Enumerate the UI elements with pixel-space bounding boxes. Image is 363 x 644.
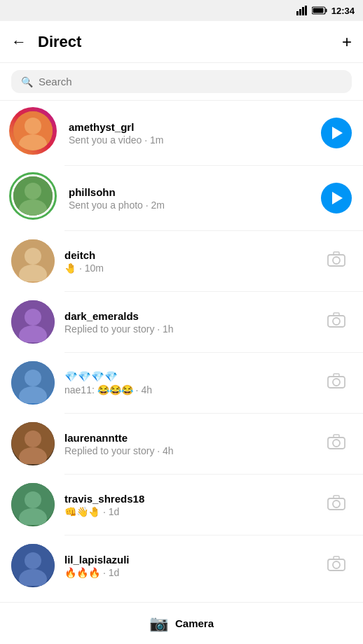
svg-point-26 bbox=[25, 370, 41, 386]
avatar bbox=[11, 361, 55, 405]
message-content: amethyst_grlSent you a video · 1m bbox=[69, 121, 311, 146]
svg-rect-1 bbox=[299, 9, 301, 15]
avatar bbox=[11, 109, 59, 157]
avatar bbox=[11, 483, 55, 526]
message-content: dark_emeraldsReplied to your story · 1h bbox=[64, 310, 311, 335]
list-item[interactable]: amethyst_grlSent you a video · 1m bbox=[0, 101, 363, 165]
svg-rect-48 bbox=[334, 556, 339, 559]
message-content: lil_lapislazuli🔥🔥🔥 · 1d bbox=[64, 554, 311, 578]
message-preview: 🔥🔥🔥 · 1d bbox=[64, 567, 311, 578]
message-content: laurenanntteReplied to your story · 4h bbox=[64, 432, 311, 456]
username: phillsohn bbox=[69, 186, 311, 198]
status-time: 12:34 bbox=[331, 6, 355, 16]
svg-point-41 bbox=[333, 500, 340, 507]
svg-rect-3 bbox=[305, 6, 307, 15]
camera-action-icon[interactable] bbox=[327, 312, 345, 332]
bottom-bar[interactable]: 📷 Camera bbox=[0, 602, 363, 644]
svg-rect-5 bbox=[325, 9, 327, 13]
svg-rect-18 bbox=[334, 252, 339, 255]
svg-point-35 bbox=[333, 440, 340, 447]
action-icon[interactable] bbox=[321, 118, 352, 148]
camera-action-icon[interactable] bbox=[327, 251, 345, 271]
username: 💎💎💎💎 bbox=[64, 370, 311, 383]
avatar bbox=[11, 239, 55, 283]
list-item[interactable]: dark_emeraldsReplied to your story · 1h bbox=[0, 292, 363, 352]
message-content: travis_shreds18👊👋🤚 · 1d bbox=[64, 493, 311, 517]
avatar bbox=[11, 174, 59, 222]
list-item[interactable]: travis_shreds18👊👋🤚 · 1d bbox=[0, 475, 363, 535]
search-input[interactable] bbox=[39, 76, 342, 88]
action-icon[interactable] bbox=[321, 368, 352, 398]
message-list: amethyst_grlSent you a video · 1m phills… bbox=[0, 101, 363, 596]
username: lil_lapislazuli bbox=[64, 554, 311, 566]
svg-point-38 bbox=[25, 491, 41, 508]
camera-action-icon[interactable] bbox=[327, 434, 345, 454]
avatar bbox=[11, 422, 55, 465]
svg-rect-36 bbox=[334, 435, 339, 438]
username: travis_shreds18 bbox=[64, 493, 311, 505]
camera-label: Camera bbox=[175, 617, 214, 629]
search-bar: 🔍 bbox=[0, 63, 363, 101]
message-content: 💎💎💎💎nae11: 😂😂😂 · 4h bbox=[64, 370, 311, 396]
username: amethyst_grl bbox=[69, 121, 311, 133]
svg-point-11 bbox=[25, 183, 41, 200]
svg-point-23 bbox=[333, 318, 340, 325]
message-preview: 🤚 · 10m bbox=[64, 262, 311, 274]
message-preview: Replied to your story · 1h bbox=[64, 323, 311, 335]
action-icon[interactable] bbox=[321, 489, 352, 520]
svg-point-20 bbox=[25, 309, 41, 326]
message-preview: Sent you a video · 1m bbox=[69, 134, 311, 146]
svg-rect-42 bbox=[334, 496, 339, 498]
message-preview: Replied to your story · 4h bbox=[64, 445, 311, 456]
action-icon[interactable] bbox=[321, 246, 352, 276]
svg-point-14 bbox=[25, 248, 41, 265]
header: ← Direct + bbox=[0, 21, 363, 63]
list-item[interactable]: lil_lapislazuli🔥🔥🔥 · 1d bbox=[0, 536, 363, 596]
action-icon[interactable] bbox=[321, 307, 352, 337]
svg-point-44 bbox=[25, 552, 41, 569]
username: deitch bbox=[64, 249, 311, 261]
camera-action-icon[interactable] bbox=[327, 556, 345, 575]
svg-rect-24 bbox=[334, 313, 339, 316]
list-item[interactable]: deitch🤚 · 10m bbox=[0, 231, 363, 291]
action-icon[interactable] bbox=[321, 428, 352, 459]
svg-point-17 bbox=[333, 257, 340, 264]
action-icon[interactable] bbox=[321, 550, 352, 581]
search-input-wrap[interactable]: 🔍 bbox=[11, 70, 352, 93]
svg-rect-2 bbox=[302, 7, 304, 15]
message-content: deitch🤚 · 10m bbox=[64, 249, 311, 274]
page-title: Direct bbox=[38, 33, 342, 51]
message-preview: 👊👋🤚 · 1d bbox=[64, 506, 311, 517]
play-icon bbox=[332, 192, 343, 204]
avatar bbox=[11, 300, 55, 344]
svg-point-8 bbox=[25, 118, 41, 134]
status-bar: 12:34 bbox=[0, 0, 363, 21]
play-button[interactable] bbox=[321, 118, 352, 148]
message-content: phillsohnSent you a photo · 2m bbox=[69, 186, 311, 211]
username: laurenanntte bbox=[64, 432, 311, 444]
message-preview: Sent you a photo · 2m bbox=[69, 200, 311, 211]
svg-rect-0 bbox=[296, 11, 299, 15]
camera-action-icon[interactable] bbox=[327, 495, 345, 514]
svg-point-32 bbox=[25, 430, 41, 447]
camera-icon: 📷 bbox=[149, 615, 168, 633]
search-icon: 🔍 bbox=[21, 76, 33, 88]
action-icon[interactable] bbox=[321, 183, 352, 214]
list-item[interactable]: phillsohnSent you a photo · 2m bbox=[0, 166, 363, 230]
signal-icon bbox=[296, 6, 309, 15]
back-button[interactable]: ← bbox=[11, 33, 27, 51]
play-icon bbox=[332, 127, 343, 139]
play-button[interactable] bbox=[321, 183, 352, 214]
avatar bbox=[11, 544, 55, 587]
svg-point-47 bbox=[333, 561, 340, 568]
list-item[interactable]: laurenanntteReplied to your story · 4h bbox=[0, 414, 363, 474]
add-button[interactable]: + bbox=[342, 32, 352, 52]
username: dark_emeralds bbox=[64, 310, 311, 322]
message-preview: nae11: 😂😂😂 · 4h bbox=[64, 384, 311, 396]
svg-rect-6 bbox=[313, 8, 323, 13]
status-icons bbox=[296, 6, 327, 15]
list-item[interactable]: 💎💎💎💎nae11: 😂😂😂 · 4h bbox=[0, 353, 363, 413]
battery-icon bbox=[312, 6, 327, 15]
camera-action-icon[interactable] bbox=[327, 373, 345, 393]
svg-rect-30 bbox=[334, 374, 339, 377]
